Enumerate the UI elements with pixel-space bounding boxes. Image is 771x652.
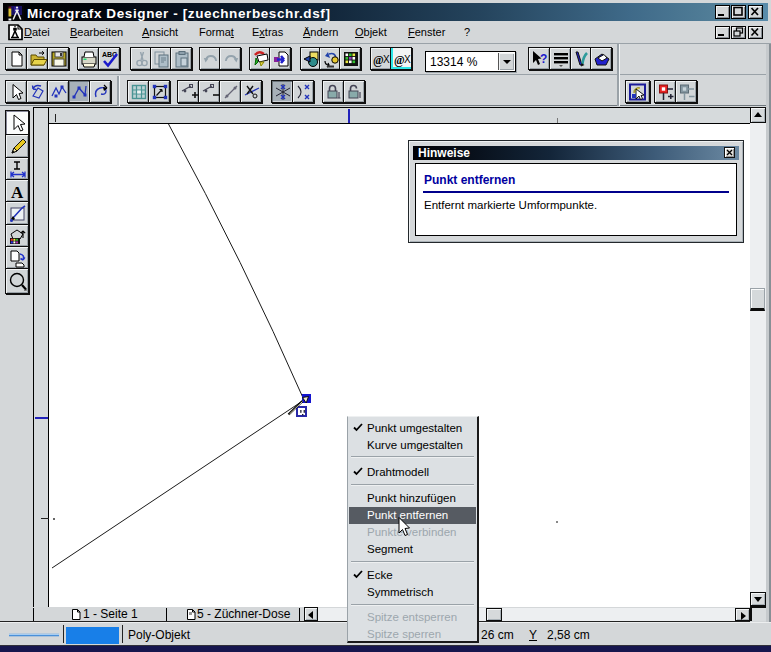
svg-text:?: ?: [540, 52, 547, 66]
svg-text:X: X: [404, 54, 411, 65]
svg-text:A: A: [11, 183, 24, 202]
svg-text:X: X: [383, 54, 390, 65]
